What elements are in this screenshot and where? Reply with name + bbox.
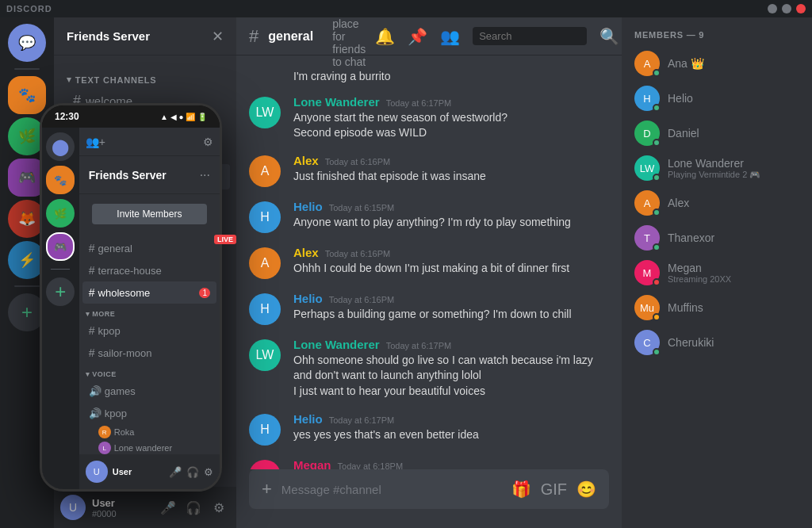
bell-icon[interactable]: 🔔	[375, 27, 395, 46]
phone-server-icon-2[interactable]: 🌿	[46, 199, 75, 228]
username: User	[92, 497, 151, 509]
channel-name: kpop	[105, 407, 127, 419]
settings-btn[interactable]: ⚙	[208, 496, 230, 518]
phone-voice-kpop[interactable]: 🔊 kpop	[82, 402, 216, 424]
channel-name: wholesome	[98, 287, 151, 299]
member-item-thanexor[interactable]: T Thanexor	[628, 220, 806, 255]
phone-settings-icon[interactable]: ⚙	[204, 466, 213, 478]
phone-settings-icon[interactable]: ⚙	[203, 136, 213, 148]
message-input[interactable]	[282, 473, 502, 506]
server-icon-1[interactable]: 🐾	[8, 76, 46, 114]
discord-home-icon[interactable]: 💬	[8, 24, 46, 62]
message-text: Ohh someone should go live so I can watc…	[293, 353, 609, 384]
member-item-muffins[interactable]: Mu Muffins	[628, 290, 806, 325]
phone-server-icon-friends[interactable]: 🎮	[46, 232, 75, 261]
message-continuation: I'm craving a burrito	[236, 68, 622, 86]
text-channels-label[interactable]: ▾ TEXT CHANNELS	[54, 62, 236, 88]
member-avatar: M	[634, 260, 660, 285]
message-content: Alex Today at 6:16PM Just finished that …	[293, 154, 609, 185]
hash-icon: #	[89, 346, 95, 359]
message-content: Lone Wanderer Today at 6:17PM Ohh someon…	[293, 338, 609, 400]
member-item-cherukiki[interactable]: C Cherukiki	[628, 325, 806, 360]
member-item-lone-wanderer[interactable]: LW Lone Wanderer Playing Vermintide 2 🎮	[628, 151, 806, 186]
phone-channel-sailor[interactable]: # sailor-moon	[82, 342, 216, 364]
phone-channel-kpop[interactable]: # kpop	[82, 319, 216, 342]
phone-voice-member-roka[interactable]: R Roka	[82, 424, 216, 440]
member-item-megan[interactable]: M Megan Streaming 20XX	[628, 255, 806, 290]
message-author[interactable]: Helio	[293, 200, 323, 213]
emoji-icon[interactable]: 😊	[576, 480, 596, 499]
member-item-alex[interactable]: A Alex	[628, 186, 806, 220]
message-avatar[interactable]: LW	[249, 97, 281, 128]
message-group: LW Lone Wanderer Today at 6:17PM Ohh som…	[236, 335, 622, 403]
member-name: Ana 👑	[668, 57, 799, 70]
phone-add-server[interactable]: +	[46, 277, 75, 306]
phone-voice-member-name: Lone wanderer	[114, 443, 172, 453]
phone-voice-games[interactable]: 🔊 games	[82, 380, 216, 402]
search-icon[interactable]: 🔍	[599, 27, 619, 46]
member-item-daniel[interactable]: D Daniel	[628, 116, 806, 151]
member-avatar: H	[634, 86, 660, 111]
channel-name: terrace-house	[98, 265, 162, 277]
search-input[interactable]	[473, 27, 587, 45]
message-avatar[interactable]: A	[249, 247, 281, 279]
member-info: Muffins	[668, 301, 799, 314]
member-item-ana[interactable]: A Ana 👑	[628, 46, 806, 81]
server-header[interactable]: Friends Server ✕	[54, 17, 236, 55]
message-avatar[interactable]: LW	[249, 339, 281, 371]
phone-voice-member-lone[interactable]: L Lone wanderer	[82, 440, 216, 454]
minimize-btn[interactable]	[768, 4, 777, 13]
phone-mic-icon[interactable]: 🎤	[169, 466, 182, 478]
hash-icon: #	[89, 324, 95, 337]
phone-voice-label: ▾ VOICE	[79, 364, 220, 380]
phone-channel-general[interactable]: # general	[82, 237, 216, 259]
member-status: Streaming 20XX	[668, 274, 799, 284]
message-author[interactable]: Lone Wanderer	[293, 338, 380, 351]
deafen-btn[interactable]: 🎧	[182, 496, 205, 518]
gift-icon[interactable]: 🎁	[511, 480, 531, 499]
message-avatar[interactable]: H	[249, 201, 281, 233]
member-name: Muffins	[668, 301, 799, 314]
gif-icon[interactable]: GIF	[541, 480, 567, 499]
members-icon[interactable]: 👥	[440, 27, 460, 46]
live-indicator: LIVE	[214, 235, 236, 244]
server-name: Friends Server	[67, 29, 150, 43]
mute-btn[interactable]: 🎤	[157, 496, 179, 518]
voice-icon: 🔊	[89, 407, 102, 419]
member-name: Megan	[668, 262, 799, 274]
member-name: Cherukiki	[668, 336, 799, 349]
phone-server-icon-1[interactable]: 🐾	[46, 166, 75, 194]
member-item-helio[interactable]: H Helio	[628, 81, 806, 116]
phone-server-icon-home[interactable]: ⬤	[46, 132, 75, 161]
message-header: Lone Wanderer Today at 6:17PM	[293, 338, 609, 351]
message-timestamp: Today at 6:16PM	[325, 157, 391, 166]
message-avatar[interactable]: H	[249, 414, 281, 446]
message-author[interactable]: Alex	[293, 154, 319, 167]
phone-server-header[interactable]: Friends Server ···	[79, 156, 220, 194]
message-author[interactable]: Megan	[293, 458, 331, 469]
phone-status-bar: 12:30 ▲ ◀ ● 📶 🔋	[42, 105, 220, 128]
add-attachment-btn[interactable]: +	[262, 469, 272, 509]
server-separator-2	[14, 285, 40, 287]
phone-headphone-icon[interactable]: 🎧	[186, 466, 199, 478]
member-info: Cherukiki	[668, 336, 799, 349]
phone-channel-wholesome[interactable]: # wholesome 1	[82, 281, 216, 304]
phone-channel-terrace[interactable]: # terrace-house	[82, 259, 216, 281]
message-author[interactable]: Lone Wanderer	[293, 95, 380, 109]
message-author[interactable]: Helio	[293, 292, 323, 305]
member-info: Lone Wanderer Playing Vermintide 2 🎮	[668, 157, 799, 180]
messages-area[interactable]: I'm craving a burrito LW Lone Wanderer T…	[236, 55, 622, 469]
message-author[interactable]: Alex	[293, 246, 319, 259]
message-author[interactable]: Helio	[293, 412, 323, 426]
maximize-btn[interactable]	[782, 4, 791, 13]
member-name: Alex	[668, 197, 799, 209]
message-avatar[interactable]: A	[249, 155, 281, 187]
message-avatar[interactable]: M	[249, 460, 281, 469]
close-btn[interactable]	[796, 4, 806, 13]
pin-icon[interactable]: 📌	[408, 27, 427, 46]
phone-add-friends-icon[interactable]: 👥+	[86, 136, 105, 148]
phone-invite-btn[interactable]: Invite Members	[92, 204, 207, 224]
message-avatar[interactable]: H	[249, 293, 281, 325]
phone-server-name: Friends Server	[89, 169, 167, 182]
phone-mockup: 12:30 ▲ ◀ ● 📶 🔋 ⬤ 🐾 🌿 🎮 + 👥+ ⚙ Friends S…	[40, 103, 222, 492]
